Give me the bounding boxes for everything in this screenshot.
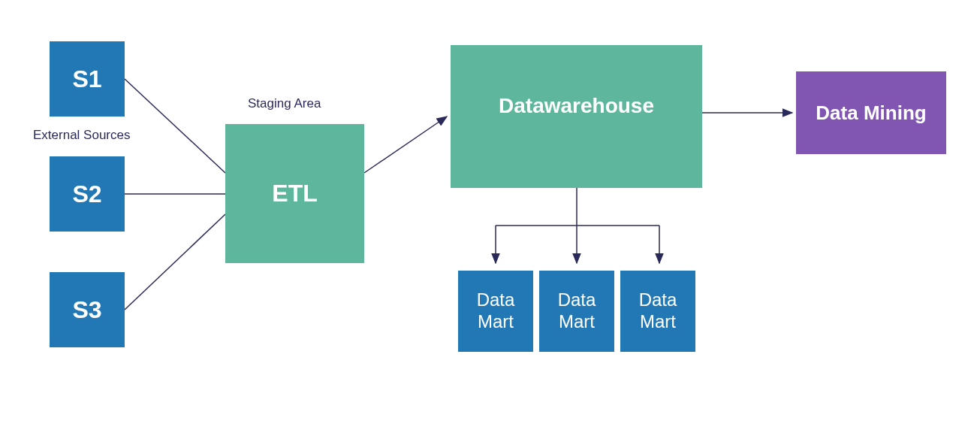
svg-line-1 — [125, 79, 225, 173]
data-mart-label-2: Data Mart — [539, 289, 614, 333]
external-sources-label: External Sources — [33, 128, 130, 143]
data-mining-box: Data Mining — [796, 71, 946, 154]
source-box-s1: S1 — [50, 41, 125, 117]
svg-line-4 — [364, 117, 447, 173]
source-label-1: S1 — [72, 65, 101, 93]
source-label-2: S2 — [72, 180, 101, 208]
etl-box: ETL — [225, 124, 364, 263]
data-mart-box-3: Data Mart — [620, 271, 695, 352]
svg-line-3 — [125, 214, 225, 310]
data-mining-label: Data Mining — [816, 101, 926, 125]
source-label-3: S3 — [72, 296, 101, 324]
datawarehouse-label: Datawarehouse — [499, 94, 654, 118]
data-mart-box-1: Data Mart — [458, 271, 533, 352]
source-box-s2: S2 — [50, 156, 125, 232]
datawarehouse-box: Datawarehouse — [451, 45, 702, 188]
staging-area-label: Staging Area — [248, 96, 321, 111]
data-mart-label-1: Data Mart — [458, 289, 533, 333]
data-mart-box-2: Data Mart — [539, 271, 614, 352]
source-box-s3: S3 — [50, 272, 125, 347]
data-mart-label-3: Data Mart — [620, 289, 695, 333]
etl-label: ETL — [272, 180, 317, 207]
